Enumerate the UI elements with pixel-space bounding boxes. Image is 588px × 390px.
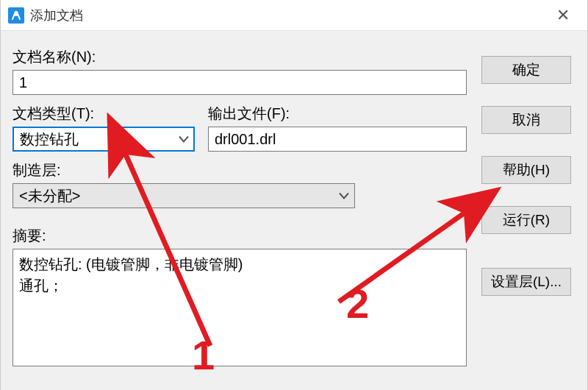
help-button[interactable]: 帮助(H)	[481, 156, 571, 184]
titlebar: 添加文档 ✕	[1, 0, 587, 31]
doc-type-combo[interactable]	[12, 127, 195, 152]
app-icon	[8, 7, 24, 24]
dialog-window: 添加文档 ✕ 文档名称(N): 文档类型(T): 输出文件(	[0, 0, 588, 390]
doc-name-label: 文档名称(N):	[12, 47, 467, 67]
close-button[interactable]: ✕	[546, 6, 580, 25]
output-file-input[interactable]	[208, 127, 467, 152]
cancel-button[interactable]: 取消	[481, 106, 571, 134]
summary-textarea[interactable]	[12, 249, 467, 366]
doc-type-label: 文档类型(T):	[12, 104, 195, 124]
window-title: 添加文档	[30, 7, 546, 24]
content-area: 文档名称(N): 文档类型(T): 输出文件(F):	[12, 38, 577, 383]
button-column: 确定 取消 帮助(H) 运行(R) 设置层(L)...	[481, 47, 577, 296]
form-area: 文档名称(N): 文档类型(T): 输出文件(F):	[12, 47, 467, 370]
ok-button[interactable]: 确定	[481, 56, 571, 84]
output-file-label: 输出文件(F):	[208, 104, 467, 124]
mfg-layer-combo[interactable]	[12, 183, 355, 208]
mfg-layer-label: 制造层:	[12, 160, 467, 180]
set-layer-button[interactable]: 设置层(L)...	[481, 268, 571, 296]
run-button[interactable]: 运行(R)	[481, 206, 571, 234]
doc-name-input[interactable]	[12, 70, 467, 95]
summary-label: 摘要:	[12, 226, 467, 246]
